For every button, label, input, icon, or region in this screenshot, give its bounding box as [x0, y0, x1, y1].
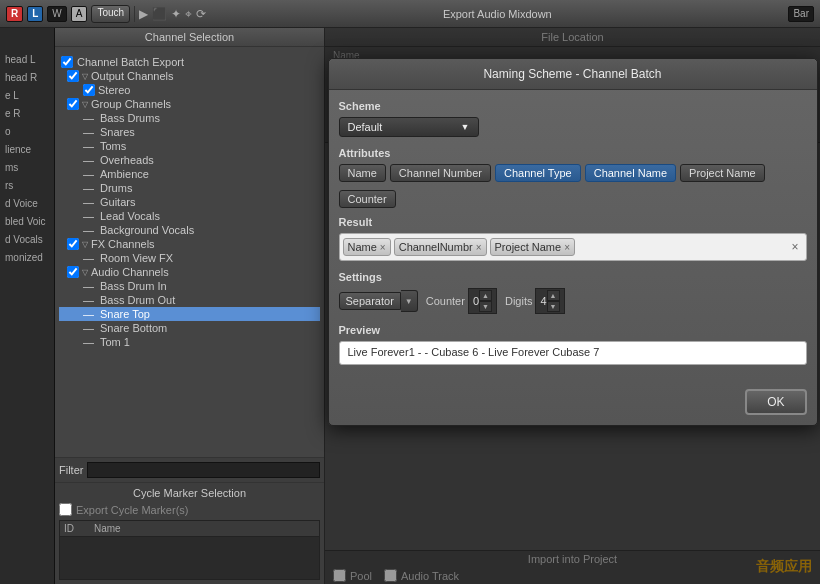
- modal-body: Scheme Default ▼ Attributes Name Channel…: [329, 90, 817, 383]
- ok-button[interactable]: OK: [745, 389, 806, 415]
- guitars-label: Guitars: [100, 196, 135, 208]
- filter-row: Filter: [55, 457, 324, 482]
- audio-channels-item[interactable]: ▽ Audio Channels: [59, 265, 320, 279]
- separator-dropdown[interactable]: Separator: [339, 292, 401, 310]
- group-channels-item[interactable]: ▽ Group Channels: [59, 97, 320, 111]
- cycle-marker-title: Cycle Marker Selection: [59, 487, 320, 499]
- scheme-arrow-icon: ▼: [461, 122, 470, 132]
- attr-name-btn[interactable]: Name: [339, 164, 386, 182]
- preview-box: Live Forever1 - - Cubase 6 - Live Foreve…: [339, 341, 807, 365]
- result-tag-name-close[interactable]: ×: [380, 242, 386, 253]
- stereo-checkbox[interactable]: [83, 84, 95, 96]
- digits-up-arrow[interactable]: ▲: [547, 290, 560, 301]
- group-channels-label: Group Channels: [91, 98, 171, 110]
- digits-control: Digits 4 ▲ ▼: [505, 288, 565, 314]
- snares-item[interactable]: — Snares: [59, 125, 320, 139]
- attr-channel-number-btn[interactable]: Channel Number: [390, 164, 491, 182]
- separator-control: Separator ▼: [339, 290, 418, 312]
- touch-btn[interactable]: Touch: [91, 5, 130, 23]
- bass-drums-item[interactable]: — Bass Drums: [59, 111, 320, 125]
- modal-title: Naming Scheme - Channel Batch: [329, 59, 817, 90]
- attr-counter-btn[interactable]: Counter: [339, 190, 396, 208]
- toolbar-icon-2: ⬛: [152, 7, 167, 21]
- preview-label: Preview: [339, 324, 807, 336]
- lead-vocals-item[interactable]: — Lead Vocals: [59, 209, 320, 223]
- counter-up-arrow[interactable]: ▲: [479, 290, 492, 301]
- toolbar-tag-w: W: [47, 6, 66, 22]
- bass-drum-out-item[interactable]: — Bass Drum Out: [59, 293, 320, 307]
- result-tag-project-name[interactable]: Project Name ×: [490, 238, 575, 256]
- batch-export-checkbox[interactable]: [61, 56, 73, 68]
- preview-section: Preview Live Forever1 - - Cubase 6 - Liv…: [339, 324, 807, 365]
- result-tag-channel-numbr-close[interactable]: ×: [476, 242, 482, 253]
- channel-list: Channel Batch Export ▽ Output Channels S…: [55, 51, 324, 457]
- label-o: o: [3, 122, 51, 140]
- label-dvocals: d Vocals: [3, 230, 51, 248]
- fx-channels-checkbox[interactable]: [67, 238, 79, 250]
- separator-arrow[interactable]: ▼: [401, 290, 418, 312]
- bass-drum-in-item[interactable]: — Bass Drum In: [59, 279, 320, 293]
- result-tag-name-label: Name: [348, 241, 377, 253]
- cycle-export-label: Export Cycle Marker(s): [76, 504, 188, 516]
- snare-bottom-item[interactable]: — Snare Bottom: [59, 321, 320, 335]
- ambience-item[interactable]: — Ambience: [59, 167, 320, 181]
- result-label: Result: [339, 216, 807, 228]
- label-eR: e R: [3, 104, 51, 122]
- right-content: File Location Name Live Forever1 Path /U…: [325, 28, 820, 584]
- counter-down-arrow[interactable]: ▼: [479, 301, 492, 312]
- audio-channels-label: Audio Channels: [91, 266, 169, 278]
- stereo-item[interactable]: Stereo: [59, 83, 320, 97]
- snares-label: Snares: [100, 126, 135, 138]
- bass-drum-in-label: Bass Drum In: [100, 280, 167, 292]
- digits-down-arrow[interactable]: ▼: [547, 301, 560, 312]
- channel-selection-panel: Channel Selection Channel Batch Export ▽…: [55, 28, 325, 584]
- output-channels-item[interactable]: ▽ Output Channels: [59, 69, 320, 83]
- channel-selection-title: Channel Selection: [55, 28, 324, 47]
- cycle-export-checkbox[interactable]: [59, 503, 72, 516]
- bass-drums-label: Bass Drums: [100, 112, 160, 124]
- fx-channels-label: FX Channels: [91, 238, 155, 250]
- output-channels-checkbox[interactable]: [67, 70, 79, 82]
- scheme-dropdown[interactable]: Default ▼: [339, 117, 479, 137]
- cycle-marker-section: Cycle Marker Selection Export Cycle Mark…: [55, 482, 324, 584]
- bg-vocals-item[interactable]: — Background Vocals: [59, 223, 320, 237]
- toolbar-tag-a: A: [71, 6, 88, 22]
- overheads-item[interactable]: — Overheads: [59, 153, 320, 167]
- result-tag-name[interactable]: Name ×: [343, 238, 391, 256]
- room-view-fx-label: Room View FX: [100, 252, 173, 264]
- result-tag-project-name-close[interactable]: ×: [564, 242, 570, 253]
- room-view-fx-item[interactable]: — Room View FX: [59, 251, 320, 265]
- top-toolbar: R L W A Touch ▶ ⬛ ✦ ⌖ ⟳ Export Audio Mix…: [0, 0, 820, 28]
- label-lience: lience: [3, 140, 51, 158]
- cycle-col-name: Name: [94, 523, 121, 534]
- toolbar-icon-4: ⌖: [185, 7, 192, 21]
- audio-channels-checkbox[interactable]: [67, 266, 79, 278]
- group-channels-checkbox[interactable]: [67, 98, 79, 110]
- attributes-row: Name Channel Number Channel Type Channel…: [339, 164, 807, 182]
- tom1-item[interactable]: — Tom 1: [59, 335, 320, 349]
- drums-item[interactable]: — Drums: [59, 181, 320, 195]
- toms-item[interactable]: — Toms: [59, 139, 320, 153]
- toolbar-tag-l: L: [27, 6, 43, 22]
- counter-spinner[interactable]: ▲ ▼: [479, 290, 492, 312]
- digits-spinner[interactable]: ▲ ▼: [547, 290, 560, 312]
- attr-channel-type-btn[interactable]: Channel Type: [495, 164, 581, 182]
- filter-input[interactable]: [87, 462, 320, 478]
- result-container: Name × ChannelNumbr × Project Name × ×: [339, 233, 807, 261]
- result-clear-btn[interactable]: ×: [787, 240, 802, 254]
- snare-top-item[interactable]: — Snare Top: [59, 307, 320, 321]
- modal-footer: OK: [329, 383, 817, 425]
- fx-channels-item[interactable]: ▽ FX Channels: [59, 237, 320, 251]
- settings-row: Separator ▼ Counter 0 ▲ ▼: [339, 288, 807, 314]
- result-tag-channel-numbr-label: ChannelNumbr: [399, 241, 473, 253]
- tom1-label: Tom 1: [100, 336, 130, 348]
- guitars-item[interactable]: — Guitars: [59, 195, 320, 209]
- filter-label: Filter: [59, 464, 83, 476]
- cycle-export-row[interactable]: Export Cycle Marker(s): [59, 503, 320, 516]
- attr-project-name-btn[interactable]: Project Name: [680, 164, 765, 182]
- label-headL: head L: [3, 50, 51, 68]
- batch-export-row[interactable]: Channel Batch Export: [59, 55, 320, 69]
- attr-channel-name-btn[interactable]: Channel Name: [585, 164, 676, 182]
- bg-vocals-label: Background Vocals: [100, 224, 194, 236]
- result-tag-channel-numbr[interactable]: ChannelNumbr ×: [394, 238, 487, 256]
